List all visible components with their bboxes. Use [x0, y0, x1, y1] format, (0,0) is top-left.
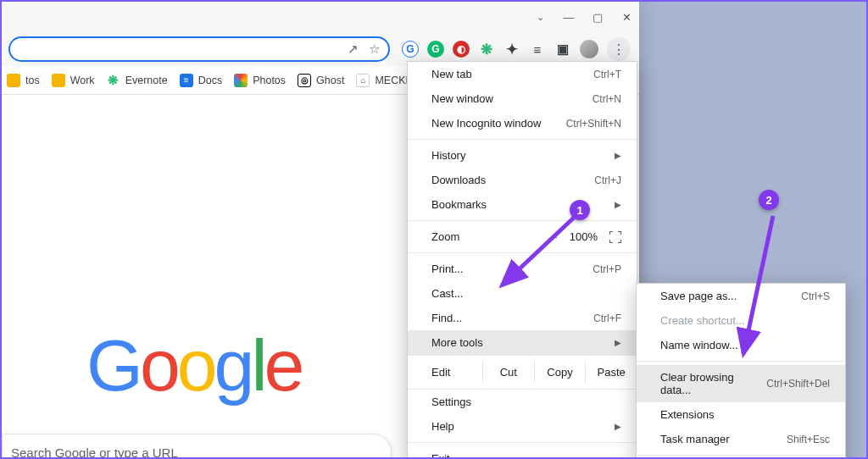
reading-list-icon[interactable]: ≡ [529, 41, 546, 58]
submenu-arrow-icon: ▶ [615, 338, 621, 347]
bookmark-item[interactable]: ≡ Docs [180, 74, 222, 87]
menu-label: Downloads [431, 174, 486, 186]
menu-help[interactable]: Help ▶ [408, 414, 637, 439]
menu-new-window[interactable]: New window Ctrl+N [408, 86, 637, 111]
bookmark-item[interactable]: Photos [234, 74, 286, 87]
menu-label: New Incognito window [431, 117, 541, 130]
menu-label: New tab [431, 68, 472, 80]
maximize-button[interactable]: ▢ [592, 11, 604, 23]
submenu-arrow-icon: ▶ [615, 151, 621, 160]
menu-settings[interactable]: Settings [408, 390, 637, 414]
share-icon[interactable]: ↗ [348, 41, 359, 57]
menu-label: Settings [431, 395, 471, 408]
menu-label: Edit [431, 366, 482, 379]
menu-new-tab[interactable]: New tab Ctrl+T [408, 62, 637, 86]
profile-avatar[interactable] [580, 40, 598, 58]
menu-find[interactable]: Find... Ctrl+F [408, 306, 637, 330]
menu-separator [637, 455, 845, 456]
edit-paste-button[interactable]: Paste [585, 361, 637, 384]
menu-shortcut: Ctrl+N [593, 93, 621, 105]
menu-label: Help [431, 420, 454, 433]
menu-label: New window [431, 92, 493, 105]
annotation-badge-2: 2 [759, 190, 779, 210]
bookmark-label: Ghost [316, 75, 344, 86]
menu-label: Print... [431, 263, 464, 275]
bookmark-label: Photos [253, 75, 286, 86]
bookmark-item[interactable]: tos [7, 74, 40, 87]
menu-shortcut: Ctrl+S [801, 290, 830, 302]
annotation-arrow-2 [726, 212, 794, 364]
tab-chevron-icon[interactable]: ⌄ [534, 11, 546, 23]
bookmark-label: Docs [198, 75, 222, 86]
menu-exit[interactable]: Exit [408, 446, 637, 459]
menu-label: Clear browsing data... [660, 371, 766, 396]
bookmark-star-icon[interactable]: ☆ [369, 41, 380, 57]
bookmark-label: Evernote [125, 75, 168, 86]
search-placeholder: Search Google or type a URL [11, 445, 178, 460]
menu-label: Extensions [660, 408, 715, 421]
menu-label: Task manager [660, 433, 730, 445]
menu-separator [408, 139, 637, 140]
svg-line-1 [743, 216, 773, 354]
bookmark-label: Work [70, 75, 95, 86]
photos-icon [234, 74, 248, 87]
chrome-menu-button[interactable]: ⋮ [607, 37, 631, 61]
menu-shortcut: Ctrl+T [593, 69, 621, 80]
close-button[interactable]: ✕ [620, 11, 632, 23]
bookmark-item[interactable]: ❋ Evernote [107, 74, 168, 87]
menu-shortcut: Ctrl+Shift+Del [766, 378, 830, 390]
docs-icon: ≡ [180, 74, 193, 87]
minimize-button[interactable]: — [563, 11, 575, 23]
folder-icon [52, 74, 65, 87]
menu-label: Save page as... [660, 290, 737, 302]
menu-downloads[interactable]: Downloads Ctrl+J [408, 168, 637, 192]
menu-shortcut: Ctrl+P [593, 263, 621, 275]
menu-label: History [431, 149, 465, 162]
menu-label: Cast... [431, 287, 464, 300]
menu-label: Find... [431, 312, 462, 324]
bookmark-item[interactable]: Work [52, 74, 95, 87]
bookmark-label: tos [25, 75, 40, 86]
submenu-arrow-icon: ▶ [615, 422, 621, 431]
search-input[interactable]: Search Google or type a URL [2, 434, 392, 459]
site-icon: ⌂ [356, 74, 370, 87]
folder-icon [7, 74, 20, 87]
extension-icon[interactable]: G [402, 41, 419, 58]
submenu-clear-browsing-data[interactable]: Clear browsing data... Ctrl+Shift+Del [637, 365, 845, 402]
menu-label: More tools [431, 336, 483, 349]
extension-icon[interactable]: G [427, 41, 444, 58]
google-logo: Google [86, 324, 301, 407]
menu-shortcut: Ctrl+F [593, 312, 621, 324]
menu-edit: Edit Cut Copy Paste [408, 355, 637, 390]
ghost-icon: ◎ [298, 74, 311, 87]
menu-shortcut: Ctrl+J [594, 174, 621, 186]
menu-shortcut: Ctrl+Shift+N [566, 118, 621, 130]
menu-shortcut: Shift+Esc [787, 434, 830, 445]
extension-icon[interactable]: ❋ [478, 41, 495, 58]
fullscreen-button[interactable] [609, 231, 621, 243]
titlebar: ⌄ — ▢ ✕ [2, 2, 639, 32]
menu-label: Exit [431, 452, 450, 459]
submenu-arrow-icon: ▶ [615, 200, 621, 209]
edit-cut-button[interactable]: Cut [482, 361, 534, 384]
submenu-extensions[interactable]: Extensions [637, 402, 845, 427]
evernote-icon: ❋ [107, 74, 120, 87]
bookmark-item[interactable]: ◎ Ghost [298, 74, 344, 87]
svg-line-0 [502, 218, 574, 285]
menu-new-incognito[interactable]: New Incognito window Ctrl+Shift+N [408, 111, 637, 135]
menu-label: Bookmarks [431, 198, 487, 211]
menu-more-tools[interactable]: More tools ▶ [408, 330, 637, 355]
annotation-arrow-1 [493, 213, 587, 298]
extension-icon[interactable]: ◐ [453, 41, 470, 58]
extensions-row: G G ◐ ❋ ✦ ≡ ▣ ⋮ [402, 37, 631, 61]
menu-separator [408, 442, 637, 443]
menu-label: Zoom [431, 230, 482, 243]
submenu-task-manager[interactable]: Task manager Shift+Esc [637, 427, 845, 451]
extensions-puzzle-icon[interactable]: ✦ [504, 41, 520, 58]
omnibox[interactable]: ↗ ☆ [8, 36, 390, 62]
side-panel-icon[interactable]: ▣ [554, 41, 571, 58]
edit-copy-button[interactable]: Copy [534, 361, 586, 384]
menu-history[interactable]: History ▶ [408, 143, 637, 168]
